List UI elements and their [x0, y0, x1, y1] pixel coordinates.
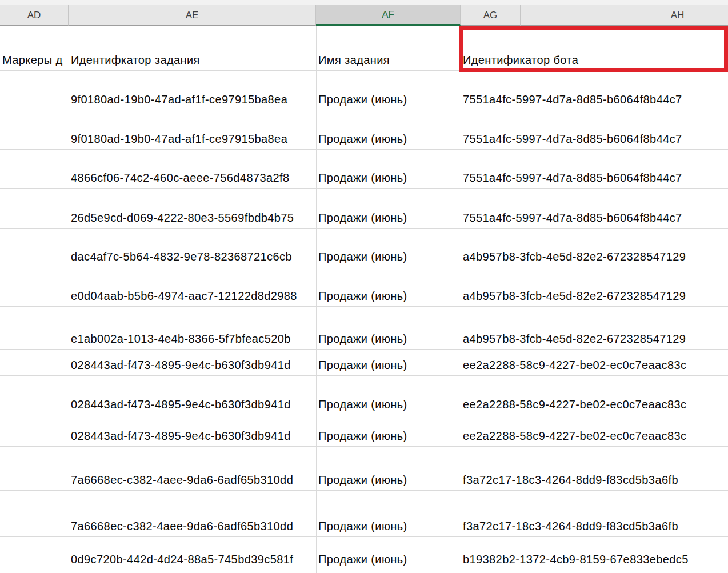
cell-bot-id[interactable]: 7551a4fc-5997-4d7a-8d85-b6064f8b44c7 [463, 171, 728, 185]
cell-task-id[interactable]: 26d5e9cd-d069-4222-80e3-5569fbdb4b75 [71, 211, 315, 225]
cell-task-id[interactable]: 028443ad-f473-4895-9e4c-b630f3db941d [71, 359, 315, 372]
cell-bot-id[interactable]: ee2a2288-58c9-4227-be02-ec0c7eaac83c [463, 398, 728, 411]
cell-task-name[interactable]: Продажи (июнь) [318, 398, 460, 411]
cell-header-bot-id[interactable]: Идентификатор бота [463, 54, 728, 67]
cell-task-name[interactable]: Продажи (июнь) [318, 211, 460, 225]
header-row: Маркеры д Идентифкатор задания Имя задан… [0, 26, 728, 71]
data-row: 0d9c720b-442d-4d24-88a5-745bd39c581f Про… [0, 537, 728, 570]
cell-bot-id[interactable]: 7551a4fc-5997-4d7a-8d85-b6064f8b44c7 [463, 211, 728, 225]
cell-task-name[interactable]: Продажи (июнь) [318, 520, 460, 533]
cell-task-name[interactable]: Продажи (июнь) [318, 553, 460, 566]
cell-bot-id[interactable]: f3a72c17-18c3-4264-8dd9-f83cd5b3a6fb [463, 520, 728, 533]
cell-task-id[interactable]: 7a6668ec-c382-4aee-9da6-6adf65b310dd [71, 474, 315, 487]
cell-task-id[interactable]: dac4af7c-5b64-4832-9e78-82368721c6cb [71, 250, 315, 263]
cell-task-id[interactable]: e1ab002a-1013-4e4b-8366-5f7bfeac520b [71, 332, 315, 346]
cell-task-name[interactable]: Продажи (июнь) [318, 93, 460, 106]
cell-task-id[interactable]: e0d04aab-b5b6-4974-aac7-12122d8d2988 [71, 290, 315, 303]
data-row: 028443ad-f473-4895-9e4c-b630f3db941d Про… [0, 376, 728, 415]
cell-task-id[interactable]: 028443ad-f473-4895-9e4c-b630f3db941d [71, 430, 315, 443]
cell-task-id[interactable]: 9f0180ad-19b0-47ad-af1f-ce97915ba8ea [71, 133, 315, 146]
data-row: 028443ad-f473-4895-9e4c-b630f3db941d Про… [0, 350, 728, 376]
cell-bot-id[interactable]: ee2a2288-58c9-4227-be02-ec0c7eaac83c [463, 359, 728, 372]
cell-header-markers[interactable]: Маркеры д [2, 54, 67, 67]
cell-task-name[interactable]: Продажи (июнь) [318, 332, 460, 346]
data-row: 7a6668ec-c382-4aee-9da6-6adf65b310dd Про… [0, 491, 728, 537]
data-row: e1ab002a-1013-4e4b-8366-5f7bfeac520b Про… [0, 307, 728, 350]
cell-task-name[interactable]: Продажи (июнь) [318, 250, 460, 263]
cell-header-task-name[interactable]: Имя задания [318, 54, 460, 67]
cell-bot-id[interactable]: a4b957b8-3fcb-4e5d-82e2-672328547129 [463, 290, 728, 303]
data-row: 26d5e9cd-d069-4222-80e3-5569fbdb4b75 Про… [0, 189, 728, 229]
cell-task-name[interactable]: Продажи (июнь) [318, 359, 460, 372]
cell-bot-id[interactable]: ee2a2288-58c9-4227-be02-ec0c7eaac83c [463, 430, 728, 443]
cell-task-name[interactable]: Продажи (июнь) [318, 290, 460, 303]
cell-task-name[interactable]: Продажи (июнь) [318, 171, 460, 185]
cell-task-id[interactable]: 028443ad-f473-4895-9e4c-b630f3db941d [71, 398, 315, 411]
cell-task-id[interactable]: 0d9c720b-442d-4d24-88a5-745bd39c581f [71, 553, 315, 566]
column-header-ag[interactable]: AG [461, 5, 521, 26]
column-header-ad[interactable]: AD [0, 5, 69, 26]
data-row: e0d04aab-b5b6-4974-aac7-12122d8d2988 Про… [0, 267, 728, 307]
cell-bot-id[interactable]: 7551a4fc-5997-4d7a-8d85-b6064f8b44c7 [463, 93, 728, 106]
data-row: 7a6668ec-c382-4aee-9da6-6adf65b310dd Про… [0, 447, 728, 491]
data-row: 9f0180ad-19b0-47ad-af1f-ce97915ba8ea Про… [0, 110, 728, 150]
cell-task-name[interactable]: Продажи (июнь) [318, 430, 460, 443]
cell-task-name[interactable]: Продажи (июнь) [318, 133, 460, 146]
data-row: 9f0180ad-19b0-47ad-af1f-ce97915ba8ea Про… [0, 71, 728, 110]
cell-task-name[interactable]: Продажи (июнь) [318, 474, 460, 487]
cell-task-id[interactable]: 9f0180ad-19b0-47ad-af1f-ce97915ba8ea [71, 93, 315, 106]
column-header-af-selected[interactable]: AF [316, 5, 461, 26]
column-header-bar: AD AE AF AG AH [0, 5, 728, 26]
cell-task-id[interactable]: 4866cf06-74c2-460c-aeee-756d4873a2f8 [71, 171, 315, 185]
cell-bot-id[interactable]: f3a72c17-18c3-4264-8dd9-f83cd5b3a6fb [463, 474, 728, 487]
cell-task-id[interactable]: 7a6668ec-c382-4aee-9da6-6adf65b310dd [71, 520, 315, 533]
cell-bot-id[interactable]: a4b957b8-3fcb-4e5d-82e2-672328547129 [463, 332, 728, 346]
data-row: 4866cf06-74c2-460c-aeee-756d4873a2f8 Про… [0, 150, 728, 189]
cell-bot-id[interactable]: b19382b2-1372-4cb9-8159-67e833ebedc5 [463, 553, 728, 566]
column-header-ah[interactable]: AH [521, 5, 728, 26]
data-row: 028443ad-f473-4895-9e4c-b630f3db941d Про… [0, 415, 728, 447]
cell-bot-id[interactable]: 7551a4fc-5997-4d7a-8d85-b6064f8b44c7 [463, 133, 728, 146]
data-row: dac4af7c-5b64-4832-9e78-82368721c6cb Про… [0, 229, 728, 267]
cell-bot-id[interactable]: a4b957b8-3fcb-4e5d-82e2-672328547129 [463, 250, 728, 263]
cell-header-task-id[interactable]: Идентифкатор задания [71, 54, 315, 67]
column-header-ae[interactable]: AE [69, 5, 316, 26]
